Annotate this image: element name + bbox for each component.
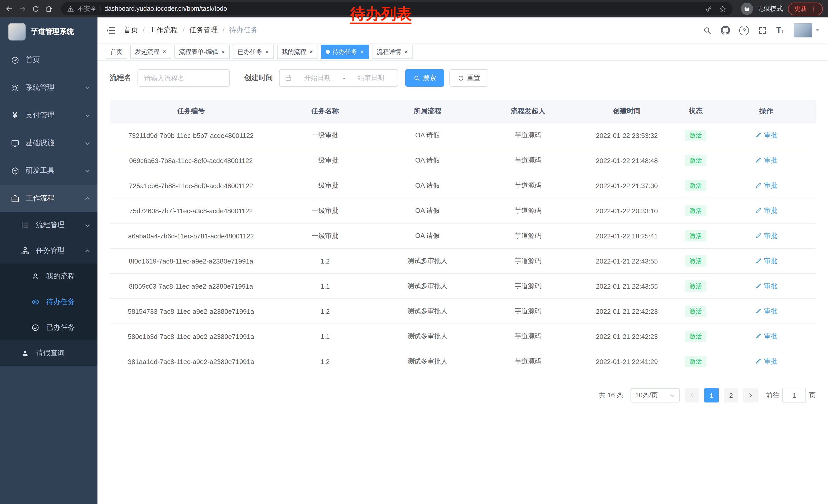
task-actions: 审批 (717, 198, 816, 223)
logo-image (8, 23, 26, 41)
close-icon[interactable]: × (360, 49, 364, 55)
tab-process-form-edit[interactable]: 流程表单-编辑 × (174, 45, 230, 59)
status-badge: 激活 (685, 130, 706, 141)
page-unit-label: 页 (809, 391, 816, 400)
close-icon[interactable]: × (220, 49, 225, 55)
task-initiator: 芋道源码 (477, 148, 579, 173)
approve-link[interactable]: 审批 (755, 206, 777, 215)
tab-process-detail[interactable]: 流程详情 × (372, 45, 413, 59)
col-task-id: 任务编号 (110, 100, 272, 123)
bookmark-star-icon[interactable] (719, 5, 727, 12)
edit-icon (755, 308, 762, 315)
page-button-1[interactable]: 1 (704, 388, 719, 403)
sidebar-item-leave-query[interactable]: 请假查询 (0, 340, 97, 366)
approve-link[interactable]: 审批 (755, 156, 777, 165)
approve-link[interactable]: 审批 (755, 256, 777, 266)
sidebar-item-process-mgmt[interactable]: 流程管理 (0, 212, 97, 238)
reload-icon[interactable] (32, 5, 40, 12)
fullscreen-icon[interactable] (758, 26, 767, 35)
sidebar-item-workflow[interactable]: 工作流程 (0, 185, 97, 212)
sidebar-item-todo-tasks[interactable]: 待办任务 (0, 289, 97, 315)
search-icon[interactable] (703, 26, 711, 35)
sidebar-item-task-mgmt[interactable]: 任务管理 (0, 238, 97, 264)
close-icon[interactable]: × (162, 49, 167, 55)
breadcrumb-workflow[interactable]: 工作流程 (149, 26, 189, 35)
approve-link[interactable]: 审批 (755, 231, 777, 240)
task-id: a6aba0a4-7b6d-11ec-b781-acde48001122 (110, 223, 272, 248)
search-button[interactable]: 搜索 (405, 69, 444, 87)
omnibox-divider (100, 5, 101, 12)
breadcrumb-home[interactable]: 首页 (124, 26, 149, 35)
status-badge: 激活 (685, 205, 706, 217)
tabs-bar: 首页 发起流程 × 流程表单-编辑 × 已办任务 × 我的流程 × (97, 43, 828, 61)
chevron-down-icon (669, 393, 675, 398)
sidebar-item-devtools[interactable]: 研发工具 (0, 157, 97, 185)
help-icon[interactable]: ? (739, 26, 749, 35)
approve-link[interactable]: 审批 (755, 357, 777, 366)
task-status: 激活 (675, 198, 717, 223)
prev-page-button[interactable] (685, 388, 699, 403)
back-icon[interactable] (5, 5, 13, 13)
annotation-text: 待办列表 (350, 5, 412, 24)
sidebar-item-done-tasks[interactable]: 已办任务 (0, 315, 97, 340)
approve-link[interactable]: 审批 (755, 307, 777, 316)
tab-my-process[interactable]: 我的流程 × (277, 45, 318, 59)
page-size-select[interactable]: 10条/页 (630, 388, 680, 403)
close-icon[interactable]: × (404, 49, 408, 55)
breadcrumb-task-mgmt[interactable]: 任务管理 (189, 26, 229, 35)
goto-page-input[interactable] (782, 387, 806, 403)
task-actions: 审批 (717, 349, 816, 374)
approve-link[interactable]: 审批 (755, 281, 777, 291)
list-icon (20, 221, 30, 229)
approve-link[interactable]: 审批 (755, 181, 777, 190)
font-size-icon[interactable]: TT (776, 26, 784, 34)
task-name: 一级审批 (272, 148, 378, 173)
task-actions: 审批 (717, 148, 816, 173)
task-status: 激活 (675, 223, 717, 248)
tab-done-tasks[interactable]: 已办任务 × (233, 45, 274, 59)
task-created: 2022-01-22 23:53:32 (579, 123, 675, 148)
approve-link[interactable]: 审批 (755, 332, 777, 341)
col-actions: 操作 (717, 100, 816, 123)
sidebar-fold-icon[interactable] (106, 26, 115, 35)
menu-dots-icon[interactable] (810, 5, 817, 12)
page-button-2[interactable]: 2 (724, 388, 738, 403)
github-icon[interactable] (721, 26, 730, 35)
browser-chrome: 不安全 dashboard.yudao.iocoder.cn/bpm/task/… (0, 0, 828, 17)
page-jumper: 前往 页 (766, 387, 816, 403)
app-title: 芋道管理系统 (31, 27, 74, 36)
screen: 不安全 dashboard.yudao.iocoder.cn/bpm/task/… (0, 0, 828, 504)
process-name-input[interactable] (137, 69, 230, 87)
warning-icon (67, 5, 74, 12)
update-button[interactable]: 更新 (788, 2, 823, 15)
home-icon[interactable] (45, 5, 53, 13)
date-range-picker[interactable]: 开始日期 - 结束日期 (279, 69, 398, 87)
incognito-badge: 无痕模式 (741, 3, 783, 15)
sidebar-item-payment[interactable]: ¥ 支付管理 (0, 101, 97, 129)
tab-start-process[interactable]: 发起流程 × (130, 45, 171, 59)
approve-link[interactable]: 审批 (755, 131, 777, 140)
url-text: dashboard.yudao.iocoder.cn/bpm/task/todo (105, 5, 227, 12)
sidebar-item-home[interactable]: 首页 (0, 46, 97, 74)
page-content: 流程名 创建时间 开始日期 - 结束日期 (97, 61, 828, 504)
task-process: 测试多审批人 (378, 248, 477, 274)
tab-todo-tasks[interactable]: 待办任务 × (321, 45, 369, 59)
task-name: 1.2 (272, 248, 378, 274)
cube-icon (10, 166, 19, 175)
close-icon[interactable]: × (265, 49, 269, 55)
chevron-up-icon (85, 196, 90, 201)
person-icon (20, 349, 30, 357)
sidebar-item-my-process[interactable]: 我的流程 (0, 264, 97, 289)
tab-home[interactable]: 首页 (106, 45, 127, 59)
table-header-row: 任务编号 任务名称 所属流程 流程发起人 创建时间 状态 操作 (110, 100, 816, 123)
task-created: 2022-01-21 22:42:23 (579, 324, 675, 349)
close-icon[interactable]: × (309, 49, 314, 55)
password-key-icon[interactable] (705, 5, 713, 12)
user-avatar[interactable] (794, 23, 820, 37)
sidebar-item-system[interactable]: 系统管理 (0, 74, 97, 101)
next-page-button[interactable] (743, 388, 758, 403)
sidebar-item-infrastructure[interactable]: 基础设施 (0, 129, 97, 157)
reset-button[interactable]: 重置 (449, 69, 488, 87)
breadcrumb: 首页 工作流程 任务管理 待办任务 (124, 26, 258, 35)
forward-icon[interactable] (18, 5, 27, 13)
